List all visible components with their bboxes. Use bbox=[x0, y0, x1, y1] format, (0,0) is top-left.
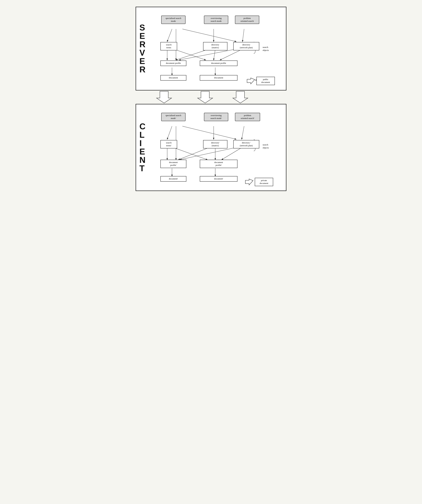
client-document-profile-right: documentprofile' bbox=[200, 160, 237, 168]
svg-line-6 bbox=[214, 49, 215, 60]
client-overviewing-search-mode: overviewingsearch mode' bbox=[204, 113, 228, 121]
server-document-left: Document bbox=[160, 75, 186, 81]
svg-line-7 bbox=[242, 29, 244, 42]
between-arrows-svg bbox=[136, 90, 286, 104]
client-label: CLIENT bbox=[139, 122, 146, 173]
svg-line-18 bbox=[179, 148, 209, 160]
svg-line-10 bbox=[182, 29, 236, 42]
client-private-document: privatedocument bbox=[255, 178, 273, 186]
server-specialised-search-mode: specialised searchmode bbox=[161, 16, 186, 24]
server-overviewing-search-mode: overviewingsearch mode bbox=[204, 16, 228, 24]
client-directory-matrix: directory'(matrix) bbox=[203, 140, 227, 149]
between-arrows bbox=[136, 90, 286, 104]
svg-line-8 bbox=[179, 49, 236, 60]
svg-line-20 bbox=[242, 126, 244, 139]
svg-line-3 bbox=[174, 49, 206, 60]
client-directory-network: directory '(network plan) bbox=[233, 140, 259, 149]
client-private-doc-arrow bbox=[245, 179, 253, 185]
client-panel: CLIENT bbox=[136, 104, 286, 191]
client-document-profile-left: documentprofile' bbox=[160, 160, 186, 168]
client-specialised-search-mode: specialised searchmode' bbox=[161, 113, 186, 121]
svg-line-23 bbox=[182, 126, 236, 139]
server-document-right: Document bbox=[200, 75, 237, 81]
server-problem-oriented-search: problemoriented search bbox=[235, 16, 259, 24]
server-label: SERVER bbox=[139, 24, 146, 74]
server-directory-network: directory(network plan) bbox=[233, 42, 259, 50]
client-inner: specialised searchmode' overviewingsearc… bbox=[151, 109, 283, 188]
client-problem-oriented-search: problemoriented search' bbox=[235, 113, 260, 121]
svg-line-13 bbox=[167, 126, 172, 139]
svg-line-9 bbox=[220, 49, 242, 60]
svg-line-22 bbox=[222, 148, 242, 160]
svg-line-16 bbox=[174, 148, 207, 160]
client-document-left: document' bbox=[160, 176, 186, 182]
server-inner: specialised searchmode overviewingsearch… bbox=[151, 12, 283, 88]
client-search-objects-label: searchobjects bbox=[263, 143, 269, 149]
server-public-doc-arrow bbox=[247, 78, 255, 84]
server-search-objects-label: searchobjects bbox=[263, 46, 269, 52]
client-search-terms: searchterms' bbox=[160, 140, 177, 149]
client-document-right: document' bbox=[200, 176, 237, 182]
svg-line-0 bbox=[167, 29, 172, 42]
server-public-document: publicdocument bbox=[256, 77, 275, 85]
server-search-terms: searchterms bbox=[160, 42, 177, 50]
main-diagram: SERVER bbox=[136, 7, 286, 191]
svg-line-21 bbox=[180, 148, 235, 160]
svg-line-5 bbox=[176, 49, 209, 60]
server-panel: SERVER bbox=[136, 7, 286, 90]
server-document-profile-left: document profile bbox=[160, 60, 186, 66]
server-directory-matrix: directory(matrix) bbox=[203, 42, 227, 50]
server-document-profile-right: document profile bbox=[200, 60, 237, 66]
